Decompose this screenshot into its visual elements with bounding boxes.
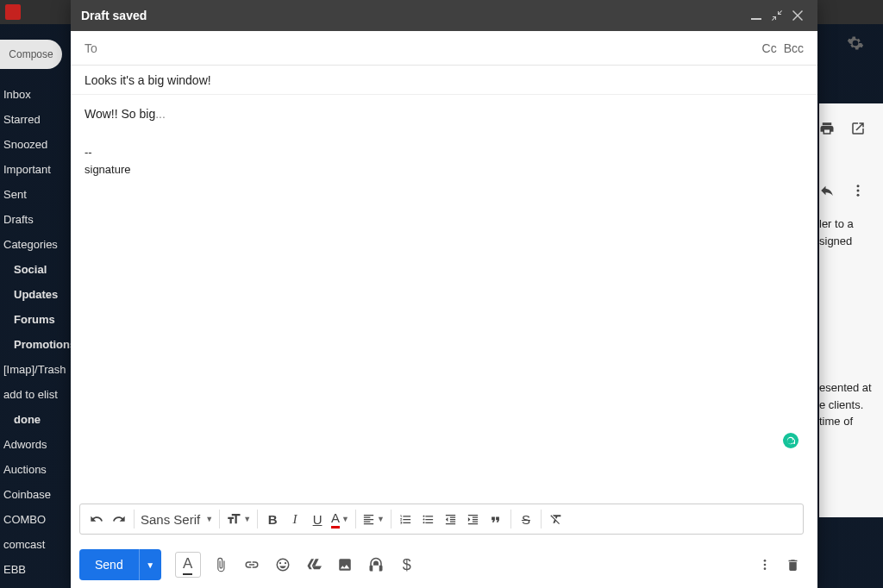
reply-icon[interactable]: [819, 183, 835, 198]
italic-button[interactable]: I: [284, 508, 306, 530]
minimize-icon[interactable]: [747, 6, 766, 25]
align-dropdown[interactable]: ▼: [360, 508, 387, 530]
text-format-toggle-icon[interactable]: A: [175, 552, 201, 578]
to-input[interactable]: [104, 41, 762, 55]
sidebar-item[interactable]: Snoozed: [3, 136, 76, 153]
font-family-dropdown[interactable]: Sans Serif▼: [138, 508, 216, 530]
sidebar-item[interactable]: Starred: [3, 111, 76, 128]
send-options-dropdown[interactable]: ▼: [139, 549, 161, 580]
shrink-icon[interactable]: [767, 6, 786, 25]
attach-icon[interactable]: [210, 554, 232, 576]
compose-tools: A $: [175, 552, 418, 578]
discard-draft-icon[interactable]: [781, 554, 804, 576]
email-card-behind: [819, 103, 883, 517]
confidential-mode-icon[interactable]: [365, 554, 387, 576]
bold-button[interactable]: B: [261, 508, 284, 530]
svg-point-5: [764, 564, 767, 566]
body-editor[interactable]: Wow!! So big... -- signature: [71, 95, 817, 504]
send-button[interactable]: Send: [79, 549, 139, 580]
drive-icon[interactable]: [303, 554, 325, 576]
print-popout-icons: [819, 121, 866, 136]
compose-titlebar: Draft saved: [71, 0, 817, 31]
send-row: Send ▼ A $: [71, 541, 817, 588]
svg-point-1: [857, 190, 860, 192]
compose-button-bg[interactable]: Compose: [0, 40, 62, 69]
bg-email-text-2: esented at e clients. time of: [819, 379, 878, 430]
signature-divider: --: [85, 144, 804, 161]
sidebar-item[interactable]: Social: [3, 261, 76, 278]
sidebar-item[interactable]: Drafts: [3, 211, 76, 228]
remove-formatting-button[interactable]: [545, 508, 567, 530]
sidebar-item[interactable]: Sent: [3, 186, 76, 203]
bullet-list-button[interactable]: [417, 508, 440, 530]
close-icon[interactable]: [788, 6, 807, 25]
svg-point-2: [857, 194, 860, 197]
indent-more-button[interactable]: [462, 508, 485, 530]
svg-point-6: [764, 567, 767, 570]
svg-point-4: [764, 560, 767, 562]
sidebar-item[interactable]: [Imap]/Trash: [3, 361, 76, 378]
gear-icon[interactable]: [847, 34, 864, 52]
sidebar-item[interactable]: add to elist: [3, 386, 76, 403]
sidebar-item[interactable]: Categories: [3, 236, 76, 253]
to-label: To: [85, 41, 97, 55]
sidebar-item[interactable]: Updates: [3, 286, 76, 303]
body-text-trail: ...: [155, 107, 166, 121]
compose-title: Draft saved: [81, 9, 745, 22]
svg-rect-3: [751, 18, 761, 20]
insert-photo-icon[interactable]: [334, 554, 356, 576]
sidebar-item[interactable]: EBB: [3, 561, 76, 578]
popout-icon[interactable]: [850, 121, 866, 136]
svg-point-0: [857, 185, 860, 187]
body-text-lead: Wow!! So big: [85, 107, 155, 121]
sidebar-item[interactable]: Forums: [3, 311, 76, 328]
underline-button[interactable]: U: [306, 508, 329, 530]
cc-link[interactable]: Cc: [762, 41, 777, 55]
gmail-logo-square: [5, 4, 21, 20]
bcc-link[interactable]: Bcc: [784, 41, 804, 55]
more-vert-icon[interactable]: [850, 183, 866, 198]
numbered-list-button[interactable]: [395, 508, 417, 530]
undo-button[interactable]: [85, 508, 108, 530]
sidebar-item[interactable]: Adwords: [3, 436, 76, 453]
link-icon[interactable]: [241, 554, 263, 576]
sidebar-item[interactable]: COMBO: [3, 511, 76, 528]
sidebar-item[interactable]: Auctions: [3, 461, 76, 478]
emoji-icon[interactable]: [272, 554, 294, 576]
sidebar-nav: InboxStarredSnoozedImportantSentDraftsCa…: [3, 86, 76, 588]
money-icon[interactable]: $: [396, 554, 418, 576]
to-row: To Cc Bcc: [71, 31, 817, 66]
signature-text: signature: [85, 161, 804, 178]
sidebar-item[interactable]: comcast: [3, 536, 76, 553]
compose-window: Draft saved To Cc Bcc Wow!! So big... --…: [71, 0, 817, 588]
subject-row: [71, 66, 817, 95]
subject-input[interactable]: [85, 73, 804, 87]
sidebar-item[interactable]: Coinbase: [3, 486, 76, 503]
text-color-dropdown[interactable]: A▼: [329, 508, 352, 530]
send-button-group: Send ▼: [79, 549, 161, 580]
bg-email-text-1: ler to a signed: [819, 216, 878, 249]
strikethrough-button[interactable]: S: [515, 508, 537, 530]
sidebar-item[interactable]: Promotions: [3, 336, 76, 353]
sidebar-item[interactable]: Inbox: [3, 86, 76, 103]
sidebar-item[interactable]: Important: [3, 161, 76, 178]
indent-less-button[interactable]: [440, 508, 462, 530]
quote-button[interactable]: [485, 508, 507, 530]
redo-button[interactable]: [108, 508, 130, 530]
formatting-toolbar: Sans Serif▼ ▼ B I U A▼ ▼ S: [79, 504, 804, 535]
reply-more-icons: [819, 183, 866, 198]
sidebar-item[interactable]: done: [3, 411, 76, 428]
more-options-icon[interactable]: [754, 554, 776, 576]
font-size-dropdown[interactable]: ▼: [223, 508, 254, 530]
print-icon[interactable]: [819, 121, 835, 136]
grammarly-icon[interactable]: [783, 433, 798, 448]
